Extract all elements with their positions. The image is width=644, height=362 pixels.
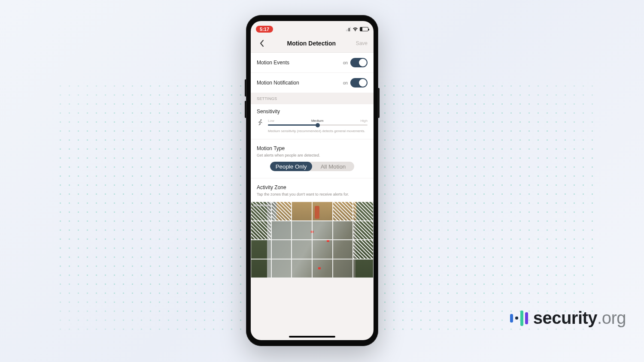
- brand-text: security.org: [533, 308, 626, 328]
- zone-cell[interactable]: [251, 259, 271, 278]
- sensitivity-low-label: Low: [268, 119, 274, 123]
- brand-name: security: [533, 308, 597, 327]
- activity-zone-title: Activity Zone: [257, 184, 368, 190]
- zone-cell[interactable]: [333, 259, 353, 278]
- zone-cell[interactable]: [251, 240, 271, 259]
- zone-cell[interactable]: [353, 240, 374, 259]
- brand-mark-icon: [510, 311, 528, 326]
- phone-frame: 5:17 Motion Detection Save Motion Events: [246, 15, 378, 346]
- sensitivity-note: Medium sensitivity (recommended) detects…: [268, 129, 368, 133]
- phone-screen: 5:17 Motion Detection Save Motion Events: [251, 21, 374, 340]
- signal-icon: [346, 27, 351, 31]
- slider-thumb[interactable]: [316, 123, 320, 127]
- zone-cell[interactable]: [271, 259, 292, 278]
- sensitivity-title: Sensitivity: [257, 109, 368, 115]
- zone-cell[interactable]: [312, 202, 333, 221]
- zone-cell[interactable]: [251, 221, 271, 240]
- page-background: 5:17 Motion Detection Save Motion Events: [0, 0, 644, 362]
- zone-cell[interactable]: [353, 202, 374, 221]
- motion-events-toggle[interactable]: [350, 58, 368, 67]
- row-motion-notification: Motion Notification on: [251, 73, 374, 93]
- sensitivity-slider[interactable]: Low Medium High: [268, 119, 368, 126]
- camera-preview[interactable]: SimpliSafe: [251, 202, 374, 278]
- activity-zone-subtitle: Tap the zones that you don't want to rec…: [257, 192, 368, 196]
- save-button[interactable]: Save: [356, 40, 368, 46]
- settings-content: Motion Events on Motion Notification on: [251, 53, 374, 93]
- zone-grid[interactable]: [251, 202, 374, 278]
- zone-cell[interactable]: [292, 202, 312, 221]
- home-indicator[interactable]: [289, 336, 335, 338]
- running-person-icon: [257, 119, 264, 126]
- row-motion-events: Motion Events on: [251, 53, 374, 73]
- settings-section-header: SETTINGS: [251, 93, 374, 104]
- status-icons: [346, 27, 368, 31]
- motion-events-state: on: [343, 60, 348, 65]
- zone-cell[interactable]: [353, 259, 374, 278]
- zone-cell[interactable]: [312, 259, 333, 278]
- zone-cell[interactable]: [271, 240, 292, 259]
- sensitivity-section: Sensitivity Low Medium High: [251, 104, 374, 139]
- zone-cell[interactable]: [333, 221, 353, 240]
- nav-title: Motion Detection: [287, 40, 336, 47]
- zone-cell[interactable]: [333, 202, 353, 221]
- motion-notification-state: on: [343, 81, 348, 85]
- brand-tld: .org: [597, 308, 626, 327]
- status-bar: 5:17: [251, 21, 374, 34]
- motion-type-subtitle: Get alerts when people are detected.: [257, 153, 368, 157]
- zone-cell[interactable]: [312, 221, 333, 240]
- brand-logo: security.org: [510, 308, 626, 328]
- chevron-left-icon: [259, 39, 264, 47]
- svg-point-0: [261, 119, 262, 121]
- wifi-icon: [352, 27, 358, 31]
- zone-cell[interactable]: [271, 221, 292, 240]
- zone-cell[interactable]: [312, 240, 333, 259]
- motion-events-label: Motion Events: [257, 60, 289, 66]
- camera-brand-label: SimpliSafe: [253, 203, 271, 207]
- battery-icon: [360, 27, 368, 31]
- nav-header: Motion Detection Save: [251, 34, 374, 53]
- status-time-pill: 5:17: [256, 26, 273, 33]
- sensitivity-high-label: High: [361, 119, 368, 123]
- zone-cell[interactable]: [271, 202, 292, 221]
- zone-cell[interactable]: [292, 240, 312, 259]
- motion-notification-toggle[interactable]: [350, 78, 368, 87]
- zone-cell[interactable]: [353, 221, 374, 240]
- sensitivity-medium-label: Medium: [311, 119, 323, 123]
- motion-type-title: Motion Type: [257, 145, 368, 151]
- zone-cell[interactable]: [292, 221, 312, 240]
- motion-type-people-only[interactable]: People Only: [270, 162, 312, 171]
- zone-cell[interactable]: [292, 259, 312, 278]
- motion-type-section: Motion Type Get alerts when people are d…: [251, 139, 374, 178]
- back-button[interactable]: [257, 39, 267, 47]
- activity-zone-section: Activity Zone Tap the zones that you don…: [251, 178, 374, 199]
- motion-type-segmented-control: People Only All Motion: [270, 162, 354, 171]
- motion-notification-label: Motion Notification: [257, 80, 299, 86]
- zone-cell[interactable]: [333, 240, 353, 259]
- motion-type-all-motion[interactable]: All Motion: [312, 162, 354, 171]
- slider-track[interactable]: [268, 124, 368, 126]
